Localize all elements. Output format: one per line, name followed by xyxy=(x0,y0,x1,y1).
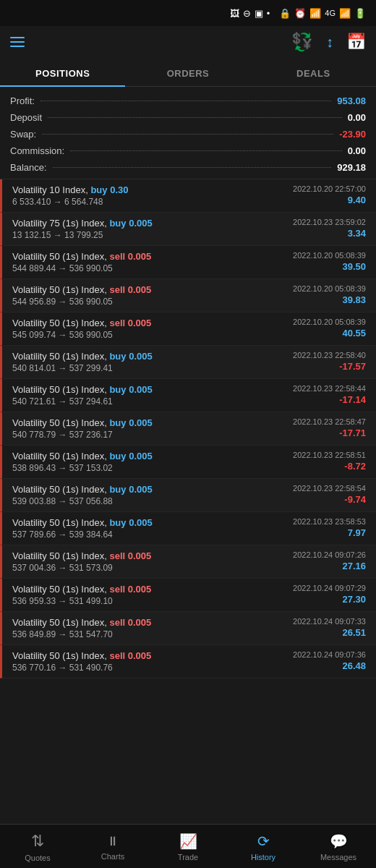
trade-datetime: 2022.10.23 22:58:51 xyxy=(293,451,366,459)
alarm-icon: ⏰ xyxy=(294,8,306,19)
nav-quotes[interactable]: ⇅ Quotes xyxy=(0,825,75,868)
hamburger-line1 xyxy=(10,37,25,38)
trade-item[interactable]: Volatility 50 (1s) Index, sell 0.005 537… xyxy=(0,545,376,579)
trade-name: Volatility 50 (1s) Index, sell 0.005 xyxy=(12,617,151,628)
nav-trade[interactable]: 📈 Trade xyxy=(150,825,226,868)
trade-name: Volatility 10 Index, buy 0.30 xyxy=(12,184,128,195)
trade-datetime: 2022.10.20 05:08:39 xyxy=(293,284,366,293)
trade-datetime: 2022.10.20 22:57:00 xyxy=(293,184,366,193)
tab-deals[interactable]: DEALS xyxy=(251,59,376,86)
history-label: History xyxy=(251,853,275,861)
summary-row-swap: Swap: -23.90 xyxy=(10,126,366,142)
trade-info: Volatility 50 (1s) Index, sell 0.005 537… xyxy=(12,550,151,573)
trade-action: sell 0.005 xyxy=(109,284,151,295)
trade-item[interactable]: Volatility 50 (1s) Index, sell 0.005 545… xyxy=(0,312,376,346)
trade-pnl: 26.51 xyxy=(293,627,366,638)
camera-icon: 🖼 xyxy=(230,8,239,19)
summary-row-profit: Profit: 953.08 xyxy=(10,93,366,109)
trade-item[interactable]: Volatility 50 (1s) Index, buy 0.005 540 … xyxy=(0,379,376,412)
trade-datetime: 2022.10.23 23:58:53 xyxy=(293,517,366,526)
trade-item[interactable]: Volatility 50 (1s) Index, buy 0.005 539 … xyxy=(0,479,376,512)
trade-name: Volatility 50 (1s) Index, buy 0.005 xyxy=(12,451,153,461)
trade-instrument: Volatility 50 (1s) Index, xyxy=(12,550,107,561)
nav-history[interactable]: ⟳ History xyxy=(226,825,301,868)
trade-item[interactable]: Volatility 75 (1s) Index, buy 0.005 13 1… xyxy=(0,213,376,246)
nav-charts[interactable]: ⏸ Charts xyxy=(75,825,150,868)
trade-action: buy 0.005 xyxy=(109,417,152,428)
trade-name: Volatility 50 (1s) Index, sell 0.005 xyxy=(12,650,151,661)
trade-datetime: 2022.10.24 09:07:29 xyxy=(293,584,366,592)
lock-icon: 🔒 xyxy=(279,8,291,19)
trade-name: Volatility 50 (1s) Index, sell 0.005 xyxy=(12,550,151,561)
trade-icon: 📈 xyxy=(179,833,197,850)
trade-action: buy 0.005 xyxy=(109,484,152,495)
trade-info: Volatility 50 (1s) Index, buy 0.005 540 … xyxy=(12,351,153,373)
trade-info: Volatility 50 (1s) Index, sell 0.005 536… xyxy=(12,584,151,606)
summary-section: Profit: 953.08 Deposit 0.00 Swap: -23.90… xyxy=(0,87,376,179)
tab-positions[interactable]: POSITIONS xyxy=(0,59,125,86)
currency-exchange-icon[interactable]: 💱 xyxy=(291,32,313,52)
trade-item[interactable]: Volatility 50 (1s) Index, buy 0.005 540 … xyxy=(0,346,376,379)
trade-item[interactable]: Volatility 50 (1s) Index, sell 0.005 536… xyxy=(0,579,376,612)
nav-messages[interactable]: 💬 Messages xyxy=(301,825,376,868)
trade-item[interactable]: Volatility 50 (1s) Index, buy 0.005 540 … xyxy=(0,412,376,446)
trade-pnl: -17.57 xyxy=(293,361,366,372)
trade-item[interactable]: Volatility 50 (1s) Index, buy 0.005 537 … xyxy=(0,512,376,545)
balance-label: Balance: xyxy=(10,162,47,173)
trade-item[interactable]: Volatility 50 (1s) Index, sell 0.005 544… xyxy=(0,246,376,279)
trade-datetime: 2022.10.23 22:58:40 xyxy=(293,351,366,359)
trade-instrument: Volatility 10 Index, xyxy=(12,184,88,195)
balance-dots xyxy=(53,167,332,168)
signal2-icon: 4G xyxy=(325,9,336,17)
sort-icon[interactable]: ↕ xyxy=(326,34,333,51)
trade-prices: 540 814.01 → 537 299.41 xyxy=(12,363,153,373)
deposit-label: Deposit xyxy=(10,112,42,123)
trade-instrument: Volatility 50 (1s) Index, xyxy=(12,384,107,395)
trade-instrument: Volatility 75 (1s) Index, xyxy=(12,218,107,229)
trade-item[interactable]: Volatility 50 (1s) Index, sell 0.005 544… xyxy=(0,279,376,312)
menu-button[interactable] xyxy=(10,37,25,47)
trade-datetime: 2022.10.23 22:58:54 xyxy=(293,484,366,493)
calendar-icon[interactable]: 📅 xyxy=(346,33,366,51)
trade-datetime: 2022.10.23 23:59:02 xyxy=(293,218,366,226)
summary-row-balance: Balance: 929.18 xyxy=(10,159,366,176)
deposit-value: 0.00 xyxy=(348,112,366,123)
swap-value: -23.90 xyxy=(339,129,366,140)
trade-prices: 536 849.89 → 531 547.70 xyxy=(12,629,151,639)
trade-prices: 6 533.410 → 6 564.748 xyxy=(12,197,128,207)
trade-stats: 2022.10.23 22:58:51 -8.72 xyxy=(293,451,366,472)
deposit-dots xyxy=(48,117,342,118)
profit-label: Profit: xyxy=(10,95,35,106)
tab-orders[interactable]: ORDERS xyxy=(125,59,250,86)
trade-action: buy 0.005 xyxy=(109,351,152,362)
trade-info: Volatility 50 (1s) Index, sell 0.005 536… xyxy=(12,617,151,639)
trade-name: Volatility 50 (1s) Index, buy 0.005 xyxy=(12,384,153,395)
trade-info: Volatility 50 (1s) Index, sell 0.005 544… xyxy=(12,284,151,307)
trade-info: Volatility 50 (1s) Index, buy 0.005 539 … xyxy=(12,484,153,506)
trade-item[interactable]: Volatility 50 (1s) Index, sell 0.005 536… xyxy=(0,645,376,678)
trade-item[interactable]: Volatility 50 (1s) Index, sell 0.005 536… xyxy=(0,612,376,645)
signal3-icon: 📶 xyxy=(339,8,351,19)
trade-list: Volatility 10 Index, buy 0.30 6 533.410 … xyxy=(0,179,376,686)
signal-icon: 📶 xyxy=(309,8,321,19)
trade-action: sell 0.005 xyxy=(109,318,151,328)
trade-name: Volatility 50 (1s) Index, sell 0.005 xyxy=(12,318,151,328)
trade-prices: 544 956.89 → 536 990.05 xyxy=(12,297,151,307)
trade-prices: 538 896.43 → 537 153.02 xyxy=(12,463,153,473)
trade-item[interactable]: Volatility 50 (1s) Index, buy 0.005 538 … xyxy=(0,446,376,479)
trade-instrument: Volatility 50 (1s) Index, xyxy=(12,417,107,428)
trade-instrument: Volatility 50 (1s) Index, xyxy=(12,251,107,262)
trade-stats: 2022.10.23 22:58:54 -9.74 xyxy=(293,484,366,505)
trade-datetime: 2022.10.24 09:07:33 xyxy=(293,617,366,626)
summary-row-deposit: Deposit 0.00 xyxy=(10,109,366,126)
trade-pnl: 3.34 xyxy=(293,228,366,239)
trade-label: Trade xyxy=(178,853,198,861)
trade-prices: 537 004.36 → 531 573.09 xyxy=(12,563,151,573)
profit-value: 953.08 xyxy=(337,95,366,106)
trade-action: buy 0.005 xyxy=(109,517,152,528)
trade-prices: 13 132.15 → 13 799.25 xyxy=(12,230,153,240)
trade-action: sell 0.005 xyxy=(109,617,151,628)
trade-item[interactable]: Volatility 10 Index, buy 0.30 6 533.410 … xyxy=(0,179,376,213)
trade-action: buy 0.005 xyxy=(109,218,152,229)
trade-name: Volatility 50 (1s) Index, sell 0.005 xyxy=(12,284,151,295)
